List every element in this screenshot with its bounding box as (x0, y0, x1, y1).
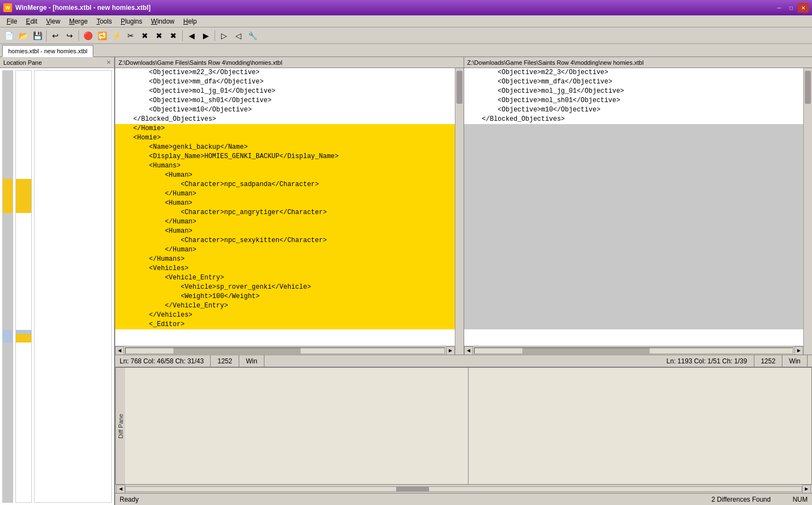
code-line (464, 283, 804, 292)
code-line: <Vehicles> (115, 264, 455, 273)
toolbar-undo[interactable]: ↩ (49, 29, 62, 42)
code-line: <Character>npc_angrytiger</Character> (115, 208, 455, 217)
code-line: <Objective>mol_jg_01</Objective> (464, 87, 804, 96)
code-line: </Blocked_Objectives> (115, 115, 455, 124)
left-code-content[interactable]: <Objective>m22_3</Objective> <Objective>… (115, 68, 455, 346)
toolbar-redo[interactable]: ↪ (63, 29, 76, 42)
code-line (464, 311, 804, 320)
right-horiz-scroll[interactable]: ◀ ▶ (464, 346, 804, 355)
location-strip-left (2, 70, 13, 503)
code-line: <Name>genki_backup</Name> (115, 143, 455, 152)
right-panel-inner: <Objective>m22_3</Objective> <Objective>… (464, 68, 804, 355)
code-line: <Objective>m10</Objective> (464, 105, 804, 115)
code-line (464, 161, 804, 171)
code-line: </Human> (115, 189, 455, 199)
location-pane-close-btn[interactable]: ✕ (106, 59, 111, 65)
code-line: <Objective>mol_sh01</Objective> (115, 96, 455, 105)
toolbar-next-diff[interactable]: ▶ (199, 29, 212, 42)
right-scroll-track[interactable] (474, 347, 794, 354)
bottom-scroll-right-arrow[interactable]: ▶ (802, 485, 811, 493)
code-line: <Character>npc_sexykitten</Character> (115, 236, 455, 245)
toolbar-open[interactable]: 📂 (16, 29, 30, 42)
toolbar-save[interactable]: 💾 (31, 29, 44, 42)
left-scroll-track[interactable] (125, 347, 445, 354)
left-panel-scrollbar[interactable] (455, 68, 464, 355)
left-horiz-scroll[interactable]: ◀ ▶ (115, 346, 455, 355)
menu-help[interactable]: Help (179, 16, 201, 26)
code-line: <Display_Name>HOMIES_GENKI_BACKUP</Displ… (115, 152, 455, 161)
code-line: <Human> (115, 227, 455, 236)
code-line: </Blocked_Objectives> (464, 115, 804, 124)
menu-merge[interactable]: Merge (65, 16, 92, 26)
window-title: WinMerge - [homies.xtbl - new homies.xtb… (15, 4, 151, 12)
code-line: <Objective>mm_dfa</Objective> (115, 77, 455, 87)
toolbar-btn6[interactable]: ✂ (124, 29, 137, 42)
code-line: <Homie> (115, 133, 455, 143)
status-left-lineending: Win (239, 355, 264, 367)
toolbar-btn7[interactable]: ✖ (138, 29, 151, 42)
menu-plugins[interactable]: Plugins (116, 16, 146, 26)
code-line: <Objective>m22_3</Objective> (115, 68, 455, 77)
left-panel-path: Z:\Downloads\Game Files\Saints Row 4\mod… (119, 59, 282, 66)
tab-label: homies.xtbl - new homies.xtbl (8, 48, 87, 54)
code-line: <_Editor> (115, 320, 455, 329)
code-line: <Human> (115, 199, 455, 208)
menu-window[interactable]: Window (146, 16, 179, 26)
toolbar-btn3[interactable]: 🔴 (81, 29, 94, 42)
code-line (464, 301, 804, 311)
right-code-content[interactable]: <Objective>m22_3</Objective> <Objective>… (464, 68, 804, 346)
left-scroll-right-arrow[interactable]: ▶ (446, 346, 455, 355)
left-file-panel: Z:\Downloads\Game Files\Saints Row 4\mod… (115, 57, 464, 355)
diff-area: Z:\Downloads\Game Files\Saints Row 4\mod… (115, 57, 812, 505)
bottom-scroll-left-arrow[interactable]: ◀ (116, 485, 125, 493)
bottom-scrollbar-thumb (396, 487, 429, 491)
close-button[interactable]: ✕ (798, 3, 809, 13)
right-panel-scrollbar[interactable] (803, 68, 812, 355)
code-line: <Objective>m10</Objective> (115, 105, 455, 115)
right-file-panel: Z:\Downloads\Game Files\Saints Row 4\mod… (464, 57, 813, 355)
toolbar-btn5[interactable]: ⚡ (110, 29, 123, 42)
right-scroll-right-arrow[interactable]: ▶ (794, 346, 803, 355)
toolbar-btn4[interactable]: 🔁 (95, 29, 109, 42)
left-lineending: Win (246, 357, 257, 365)
tab-homies[interactable]: homies.xtbl - new homies.xtbl (2, 45, 93, 57)
status-ready: Ready (120, 496, 139, 503)
code-line (464, 180, 804, 189)
minimize-button[interactable]: ─ (774, 3, 785, 13)
code-line: </Human> (115, 217, 455, 227)
menu-tools[interactable]: Tools (92, 16, 116, 26)
title-bar-controls[interactable]: ─ □ ✕ (774, 3, 809, 13)
code-line: <Objective>mol_sh01</Objective> (464, 96, 804, 105)
toolbar-options[interactable]: 🔧 (246, 29, 259, 42)
status-right-line: Ln: 1193 Col: 1/51 Ch: 1/39 (660, 355, 754, 367)
bottom-scrollbar[interactable]: ◀ ▶ (115, 484, 812, 493)
toolbar-btn9[interactable]: ✖ (167, 29, 180, 42)
location-strip-right (34, 70, 112, 503)
code-line (464, 208, 804, 217)
toolbar-copy-right[interactable]: ▷ (217, 29, 230, 42)
code-line (464, 320, 804, 329)
left-panel-header: Z:\Downloads\Game Files\Saints Row 4\mod… (115, 57, 464, 68)
menu-view[interactable]: View (42, 16, 65, 26)
toolbar-sep-2 (78, 30, 79, 41)
toolbar-prev-diff[interactable]: ◀ (185, 29, 198, 42)
left-scroll-left-arrow[interactable]: ◀ (115, 346, 124, 355)
left-panel-inner: <Objective>m22_3</Objective> <Objective>… (115, 68, 455, 355)
status-bar: Ln: 768 Col: 46/58 Ch: 31/43 1252 Win Ln… (115, 355, 812, 367)
menu-file[interactable]: File (2, 16, 21, 26)
toolbar-btn8[interactable]: ✖ (153, 29, 166, 42)
code-line: </Vehicles> (115, 311, 455, 320)
code-line (464, 199, 804, 208)
menu-edit[interactable]: Edit (21, 16, 42, 26)
diff-pane-label: Diff Pane (115, 368, 125, 484)
maximize-button[interactable]: □ (786, 3, 797, 13)
bottom-scrollbar-track[interactable] (125, 486, 802, 492)
right-scroll-left-arrow[interactable]: ◀ (464, 346, 473, 355)
toolbar-new[interactable]: 📄 (2, 29, 15, 42)
status-left-line: Ln: 768 Col: 46/58 Ch: 31/43 (120, 355, 211, 367)
code-line: </Vehicle_Entry> (115, 301, 455, 311)
bottom-right-panel (469, 368, 811, 484)
toolbar-copy-left[interactable]: ◁ (232, 29, 245, 42)
app-icon: W (3, 3, 12, 12)
final-status-bar: Ready 2 Differences Found NUM (115, 493, 812, 505)
